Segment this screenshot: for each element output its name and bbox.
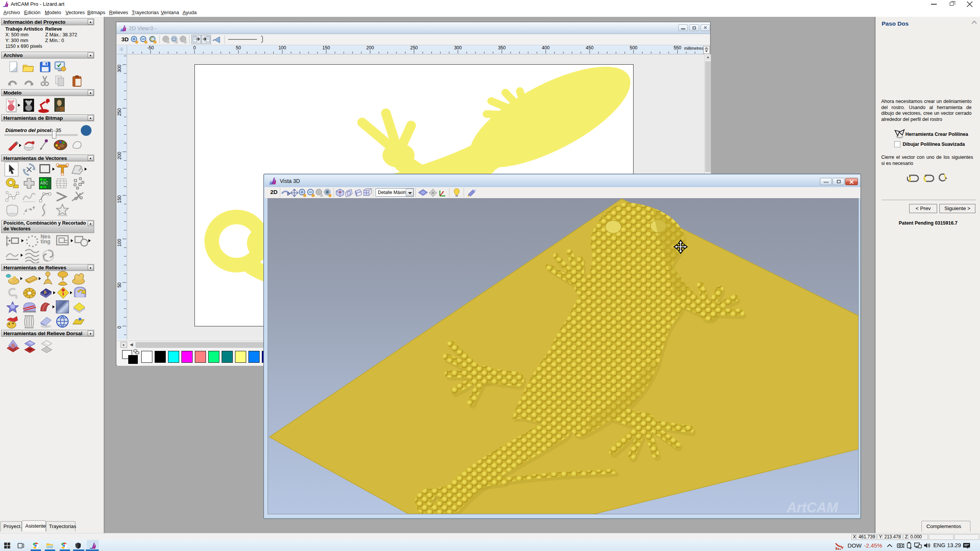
svg-text:50: 50 <box>236 45 241 51</box>
svg-text:450: 450 <box>586 45 593 51</box>
svg-text:250: 250 <box>117 108 122 116</box>
svg-text:150: 150 <box>322 45 330 51</box>
svg-text:150: 150 <box>117 195 122 203</box>
svg-text:200: 200 <box>366 45 374 51</box>
svg-text:ArtCAM: ArtCAM <box>786 500 838 514</box>
svg-text:550: 550 <box>674 45 681 51</box>
svg-text:0: 0 <box>117 326 122 329</box>
svg-text:-50: -50 <box>147 45 154 51</box>
svg-text:ABC: ABC <box>40 181 48 185</box>
svg-text:100: 100 <box>278 45 286 51</box>
svg-text:400: 400 <box>542 45 550 51</box>
svg-text:0: 0 <box>193 45 196 51</box>
svg-text:200: 200 <box>117 152 122 159</box>
svg-text:500: 500 <box>630 45 637 51</box>
svg-text:b: b <box>44 289 47 295</box>
svg-text:300: 300 <box>454 45 462 51</box>
svg-text:300: 300 <box>117 65 122 72</box>
svg-text:250: 250 <box>410 45 418 51</box>
svg-text:100: 100 <box>117 239 122 246</box>
svg-text:millimetres: millimetres <box>684 46 703 51</box>
svg-text:350: 350 <box>498 45 506 51</box>
svg-text:50: 50 <box>117 282 122 288</box>
